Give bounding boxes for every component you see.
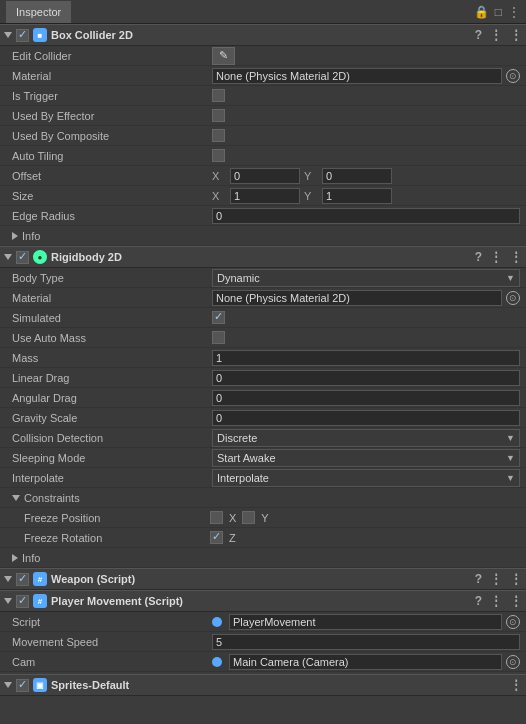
rigidbody2d-icon: ● [33,250,47,264]
rigidbody2d-enable-checkbox[interactable] [16,251,29,264]
bc-material-value: None (Physics Material 2D) [212,68,502,84]
pm-cam-label: Cam [12,656,212,668]
box-collider-enable-checkbox[interactable] [16,29,29,42]
bc-offset-row: Offset X Y [0,166,526,186]
bc-offset-x-input[interactable] [230,168,300,184]
pm-script-label: Script [12,616,212,628]
weapon-script-enable-checkbox[interactable] [16,573,29,586]
rb-collisiondetection-dropdown[interactable]: Discrete ▼ [212,429,520,447]
rb-interpolate-label: Interpolate [12,472,212,484]
rb-simulated-row: Simulated [0,308,526,328]
rb-gravityscale-input[interactable] [212,410,520,426]
pm-movementspeed-input[interactable] [212,634,520,650]
player-movement-settings-icon[interactable]: ⋮ [490,594,502,608]
title-bar-icons: 🔒 □ ⋮ [474,5,520,19]
rb-freezerotation-z-checkbox[interactable] [210,531,223,544]
rb-freezeposition-x-checkbox[interactable] [210,511,223,524]
rb-angulardrag-input[interactable] [212,390,520,406]
rb-lineardrag-input[interactable] [212,370,520,386]
rb-bodytype-arrow: ▼ [506,273,515,283]
bc-size-row: Size X Y [0,186,526,206]
bc-edgeradius-input[interactable] [212,208,520,224]
bc-edgeradius-label: Edge Radius [12,210,212,222]
bc-offset-y-label: Y [304,170,318,182]
inspector-tab[interactable]: Box Collider 2D Inspector [6,1,71,23]
window-icon[interactable]: □ [495,5,502,19]
weapon-script-title: Weapon (Script) [51,573,135,585]
rb-useautomass-label: Use Auto Mass [12,332,212,344]
rb-freezeposition-y-checkbox[interactable] [242,511,255,524]
weapon-script-help-icon[interactable]: ? [475,572,482,586]
bc-offset-y-input[interactable] [322,168,392,184]
rb-constraints-row[interactable]: Constraints [0,488,526,508]
player-movement-section-header[interactable]: # Player Movement (Script) ? ⋮ ⋮ [0,590,526,612]
rb-material-value: None (Physics Material 2D) [212,290,502,306]
bc-autotiling-label: Auto Tiling [12,150,212,162]
menu-icon[interactable]: ⋮ [508,5,520,19]
rigidbody2d-section-header[interactable]: ● Rigidbody 2D ? ⋮ ⋮ [0,246,526,268]
player-movement-more-icon[interactable]: ⋮ [510,594,522,608]
rb-mass-input[interactable] [212,350,520,366]
lock-icon[interactable]: 🔒 [474,5,489,19]
bc-istrigger-checkbox[interactable] [212,89,225,102]
player-movement-help-icon[interactable]: ? [475,594,482,608]
weapon-script-icon: # [33,572,47,586]
rb-collisiondetection-label: Collision Detection [12,432,212,444]
bc-size-label: Size [12,190,212,202]
rb-sleepingmode-label: Sleeping Mode [12,452,212,464]
box-collider-help-icon[interactable]: ? [475,28,482,42]
sprites-default-section-header[interactable]: ▣ Sprites-Default ⋮ [0,674,526,696]
bc-istrigger-label: Is Trigger [12,90,212,102]
bc-edgeradius-row: Edge Radius [0,206,526,226]
bc-usedbyeffector-label: Used By Effector [12,110,212,122]
pm-script-row: Script PlayerMovement ⊙ [0,612,526,632]
box-collider-section-header[interactable]: ■ Box Collider 2D ? ⋮ ⋮ [0,24,526,46]
box-collider-more-icon[interactable]: ⋮ [510,28,522,42]
rb-sleepingmode-dropdown[interactable]: Start Awake ▼ [212,449,520,467]
box-collider-settings-icon[interactable]: ⋮ [490,28,502,42]
box-collider-icon: ■ [33,28,47,42]
bc-size-y-input[interactable] [322,188,392,204]
edit-pen-icon: ✎ [219,49,228,62]
bc-usedbycomposite-checkbox[interactable] [212,129,225,142]
sprites-default-settings-icon[interactable]: ⋮ [510,678,522,692]
rigidbody2d-settings-icon[interactable]: ⋮ [490,250,502,264]
bc-info-arrow [12,232,18,240]
bc-info-row[interactable]: Info [0,226,526,246]
rb-simulated-checkbox[interactable] [212,311,225,324]
rigidbody2d-title: Rigidbody 2D [51,251,122,263]
bc-size-x-input[interactable] [230,188,300,204]
rb-sleepingmode-value: Start Awake [217,452,276,464]
bc-usedbyeffector-checkbox[interactable] [212,109,225,122]
sprites-default-icon: ▣ [33,678,47,692]
pm-cam-pick-icon[interactable]: ⊙ [506,655,520,669]
rb-useautomass-checkbox[interactable] [212,331,225,344]
rb-interpolate-dropdown[interactable]: Interpolate ▼ [212,469,520,487]
rigidbody2d-help-icon[interactable]: ? [475,250,482,264]
rb-interpolate-value: Interpolate [217,472,269,484]
collapse-arrow-sprites [4,682,12,688]
pm-script-pick-icon[interactable]: ⊙ [506,615,520,629]
rb-info-row[interactable]: Info [0,548,526,568]
rb-freezeposition-row: Freeze Position X Y [0,508,526,528]
rb-bodytype-dropdown[interactable]: Dynamic ▼ [212,269,520,287]
rigidbody2d-more-icon[interactable]: ⋮ [510,250,522,264]
weapon-script-section-header[interactable]: # Weapon (Script) ? ⋮ ⋮ [0,568,526,590]
weapon-script-more-icon[interactable]: ⋮ [510,572,522,586]
sprites-default-enable-checkbox[interactable] [16,679,29,692]
rb-material-label: Material [12,292,212,304]
bc-size-x-label: X [212,190,226,202]
rb-freezerotation-z-label: Z [229,532,236,544]
rb-bodytype-row: Body Type Dynamic ▼ [0,268,526,288]
rb-sleepingmode-row: Sleeping Mode Start Awake ▼ [0,448,526,468]
bc-autotiling-checkbox[interactable] [212,149,225,162]
player-movement-enable-checkbox[interactable] [16,595,29,608]
weapon-script-settings-icon[interactable]: ⋮ [490,572,502,586]
pm-cam-dot-icon [212,657,222,667]
box-collider-body: Edit Collider ✎ Material None (Physics M… [0,46,526,246]
rb-interpolate-arrow: ▼ [506,473,515,483]
rb-material-pick-icon[interactable]: ⊙ [506,291,520,305]
rb-angulardrag-label: Angular Drag [12,392,212,404]
edit-collider-button[interactable]: ✎ [212,47,235,65]
bc-material-pick-icon[interactable]: ⊙ [506,69,520,83]
